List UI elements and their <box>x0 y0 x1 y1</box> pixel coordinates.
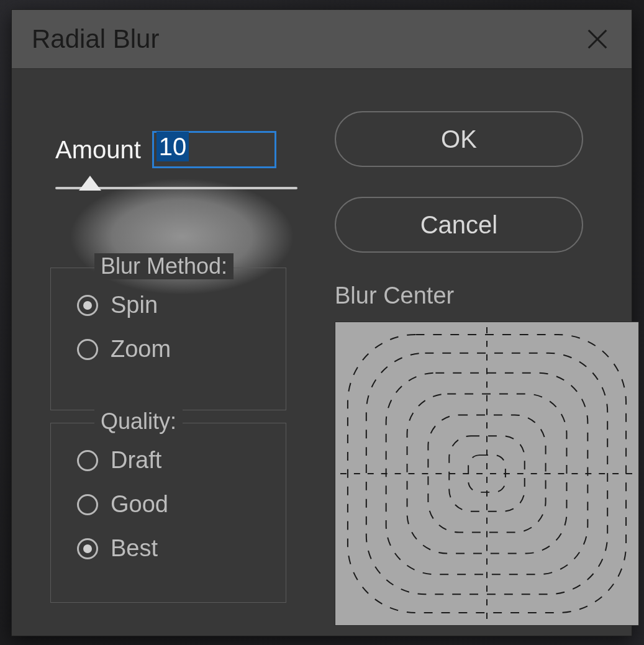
radio-spin[interactable]: Spin <box>77 292 273 318</box>
radio-label-zoom: Zoom <box>111 336 171 363</box>
svg-rect-7 <box>449 436 525 512</box>
amount-row: Amount 10 <box>55 131 276 168</box>
slider-thumb[interactable] <box>79 176 101 191</box>
radio-icon <box>77 450 98 471</box>
svg-rect-3 <box>366 353 607 594</box>
close-button[interactable] <box>582 24 613 55</box>
radio-label-good: Good <box>111 491 168 518</box>
radio-icon <box>77 339 98 360</box>
radio-best[interactable]: Best <box>77 535 273 562</box>
svg-rect-2 <box>348 335 626 613</box>
blur-center-label: Blur Center <box>335 282 639 309</box>
close-icon <box>586 27 609 51</box>
blur-method-group: Blur Method: Spin Zoom <box>50 268 286 410</box>
svg-rect-8 <box>468 455 506 492</box>
svg-rect-6 <box>428 415 545 532</box>
spin-preview-icon <box>335 322 638 625</box>
dialog-titlebar: Radial Blur <box>12 10 632 69</box>
amount-slider[interactable] <box>55 187 297 189</box>
quality-group: Quality: Draft Good Best <box>50 423 286 603</box>
radio-icon <box>77 295 98 316</box>
radio-label-best: Best <box>111 535 158 562</box>
blur-center-preview[interactable] <box>335 322 639 626</box>
blur-method-legend: Blur Method: <box>94 253 234 279</box>
radio-label-spin: Spin <box>111 292 158 318</box>
amount-label: Amount <box>55 136 141 164</box>
quality-legend: Quality: <box>94 408 183 435</box>
cancel-button[interactable]: Cancel <box>335 197 583 253</box>
radio-label-draft: Draft <box>111 447 161 474</box>
radio-zoom[interactable]: Zoom <box>77 336 273 363</box>
ok-button-label: OK <box>441 125 477 153</box>
radio-icon <box>77 494 98 515</box>
cancel-button-label: Cancel <box>420 211 498 239</box>
radio-icon <box>77 538 98 559</box>
left-column: Amount 10 Blur Method: Spin Zoom <box>37 106 310 626</box>
svg-rect-5 <box>407 394 567 554</box>
svg-rect-4 <box>386 373 588 575</box>
dialog-content: Amount 10 Blur Method: Spin Zoom <box>12 69 632 645</box>
ok-button[interactable]: OK <box>335 111 583 167</box>
dialog-title: Radial Blur <box>32 24 159 54</box>
right-column: OK Cancel Blur Center <box>335 106 639 626</box>
radial-blur-dialog: Radial Blur Amount 10 Blur Method: <box>11 9 632 636</box>
amount-input[interactable]: 10 <box>152 131 276 168</box>
radio-draft[interactable]: Draft <box>77 447 273 474</box>
amount-value-selected: 10 <box>156 132 189 161</box>
radio-good[interactable]: Good <box>77 491 273 518</box>
